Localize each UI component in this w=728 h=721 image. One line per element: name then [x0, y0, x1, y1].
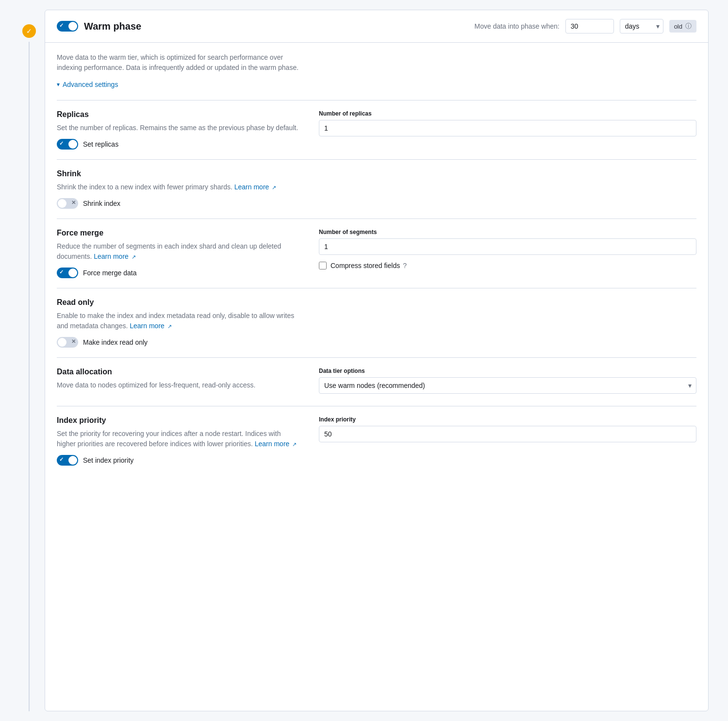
shrink-section: Shrink Shrink the index to a new index w…: [57, 159, 696, 218]
force-merge-title: Force merge: [57, 229, 299, 237]
shrink-toggle-row: ✕ Shrink index: [57, 198, 299, 209]
read-only-left: Read only Enable to make the index and i…: [57, 298, 299, 348]
read-only-right: [319, 298, 696, 348]
data-allocation-left: Data allocation Move data to nodes optim…: [57, 368, 299, 396]
shrink-index-toggle[interactable]: ✕: [57, 198, 78, 209]
data-allocation-right: Data tier options Use warm nodes (recomm…: [319, 368, 696, 396]
advanced-settings-chevron-icon: ▾: [57, 81, 60, 88]
warm-phase-toggle[interactable]: ✓: [57, 21, 78, 32]
main-card: ✓ Warm phase Move data into phase when: …: [45, 10, 709, 711]
shrink-external-link-icon: ↗: [272, 184, 276, 190]
left-indicator: ✓: [19, 10, 39, 711]
index-priority-toggle-label: Set index priority: [83, 456, 133, 464]
read-only-toggle[interactable]: ✕: [57, 337, 78, 348]
replicas-input[interactable]: [319, 120, 696, 136]
set-index-priority-toggle[interactable]: ✓: [57, 455, 78, 466]
old-badge-info-icon[interactable]: ⓘ: [685, 22, 692, 31]
shrink-title: Shrink: [57, 169, 299, 178]
read-only-learn-more-text: Learn more: [130, 322, 165, 330]
force-merge-learn-more-link[interactable]: Learn more ↗: [94, 252, 135, 260]
shrink-left: Shrink Shrink the index to a new index w…: [57, 169, 299, 209]
data-tier-field-label: Data tier options: [319, 368, 696, 374]
shrink-right: [319, 169, 696, 209]
old-badge: old ⓘ: [669, 20, 696, 33]
phase-description: Move data to the warm tier, which is opt…: [57, 52, 299, 73]
shrink-learn-more-link[interactable]: Learn more ↗: [234, 183, 276, 191]
read-only-toggle-label: Make index read only: [83, 338, 148, 346]
force-merge-check-icon: ✓: [59, 269, 64, 275]
shrink-learn-more-text: Learn more: [234, 183, 269, 191]
phase-body: Move data to the warm tier, which is opt…: [45, 43, 708, 485]
phase-title-row: ✓ Warm phase: [57, 21, 141, 32]
data-allocation-section: Data allocation Move data to nodes optim…: [57, 357, 696, 406]
compress-checkbox-row: Compress stored fields ?: [319, 262, 696, 269]
read-only-title: Read only: [57, 298, 299, 307]
force-merge-external-link-icon: ↗: [132, 254, 136, 260]
compress-checkbox-label: Compress stored fields ?: [331, 262, 407, 269]
read-only-learn-more-link[interactable]: Learn more ↗: [130, 322, 171, 330]
force-merge-description: Reduce the number of segments in each in…: [57, 241, 299, 262]
phase-header: ✓ Warm phase Move data into phase when: …: [45, 10, 708, 43]
compress-stored-fields-checkbox[interactable]: [319, 262, 327, 269]
shrink-toggle-x-icon: ✕: [71, 200, 76, 206]
segments-field-label: Number of segments: [319, 229, 696, 235]
replicas-description: Set the number of replicas. Remains the …: [57, 123, 299, 133]
page-wrapper: ✓ ✓ Warm phase Move data into phase when…: [0, 0, 728, 721]
index-priority-right: Index priority: [319, 416, 696, 466]
shrink-desc-text: Shrink the index to a new index with few…: [57, 183, 234, 191]
read-only-desc-text: Enable to make the index and index metad…: [57, 312, 294, 330]
index-priority-toggle-row: ✓ Set index priority: [57, 455, 299, 466]
read-only-description: Enable to make the index and index metad…: [57, 311, 299, 331]
phase-line: [29, 42, 30, 711]
data-allocation-title: Data allocation: [57, 368, 299, 376]
index-priority-left: Index priority Set the priority for reco…: [57, 416, 299, 466]
advanced-settings-label: Advanced settings: [63, 81, 118, 88]
index-priority-learn-more-text: Learn more: [255, 440, 290, 448]
index-priority-field-label: Index priority: [319, 416, 696, 423]
index-priority-input[interactable]: [319, 426, 696, 442]
replicas-right: Number of replicas: [319, 110, 696, 150]
force-merge-desc-text: Reduce the number of segments in each in…: [57, 242, 281, 260]
replicas-toggle-label: Set replicas: [83, 140, 118, 148]
days-unit-wrapper: days hours minutes ▾: [620, 19, 663, 34]
index-priority-learn-more-link[interactable]: Learn more ↗: [255, 440, 297, 448]
force-merge-left: Force merge Reduce the number of segment…: [57, 229, 299, 278]
compress-help-icon[interactable]: ?: [403, 262, 407, 269]
force-merge-section: Force merge Reduce the number of segment…: [57, 218, 696, 288]
toggle-check-icon: ✓: [59, 22, 64, 29]
replicas-toggle-check-icon: ✓: [59, 140, 64, 147]
force-merge-data-toggle[interactable]: ✓: [57, 268, 78, 278]
index-priority-section: Index priority Set the priority for reco…: [57, 406, 696, 475]
segments-input[interactable]: [319, 238, 696, 255]
advanced-settings-button[interactable]: ▾ Advanced settings: [57, 81, 118, 88]
phase-controls: Move data into phase when: days hours mi…: [475, 19, 696, 34]
read-only-x-icon: ✕: [71, 338, 76, 345]
index-priority-title: Index priority: [57, 416, 299, 425]
set-replicas-toggle[interactable]: ✓: [57, 139, 78, 150]
replicas-toggle-row: ✓ Set replicas: [57, 139, 299, 150]
phase-circle: ✓: [22, 24, 36, 38]
force-merge-learn-more-text: Learn more: [94, 252, 129, 260]
phase-title: Warm phase: [84, 21, 141, 32]
replicas-left: Replicas Set the number of replicas. Rem…: [57, 110, 299, 150]
force-merge-right: Number of segments Compress stored field…: [319, 229, 696, 278]
data-tier-select-wrapper: Use warm nodes (recommended) Use cold no…: [319, 377, 696, 394]
index-priority-desc-text: Set the priority for recovering your ind…: [57, 430, 281, 448]
days-unit-select[interactable]: days hours minutes: [620, 19, 663, 34]
read-only-toggle-row: ✕ Make index read only: [57, 337, 299, 348]
read-only-external-link-icon: ↗: [167, 323, 172, 329]
index-priority-external-link-icon: ↗: [292, 441, 297, 447]
shrink-toggle-label: Shrink index: [83, 200, 120, 207]
compress-stored-fields-text: Compress stored fields: [331, 262, 400, 269]
index-priority-check-icon: ✓: [59, 456, 64, 463]
days-input[interactable]: [565, 19, 614, 34]
force-merge-toggle-label: Force merge data: [83, 269, 137, 277]
replicas-title: Replicas: [57, 110, 299, 119]
data-allocation-description: Move data to nodes optimized for less-fr…: [57, 380, 299, 390]
data-tier-select[interactable]: Use warm nodes (recommended) Use cold no…: [319, 377, 696, 394]
shrink-description: Shrink the index to a new index with few…: [57, 182, 299, 192]
force-merge-toggle-row: ✓ Force merge data: [57, 268, 299, 278]
phase-check-icon: ✓: [26, 27, 32, 35]
read-only-section: Read only Enable to make the index and i…: [57, 288, 696, 357]
index-priority-description: Set the priority for recovering your ind…: [57, 429, 299, 449]
